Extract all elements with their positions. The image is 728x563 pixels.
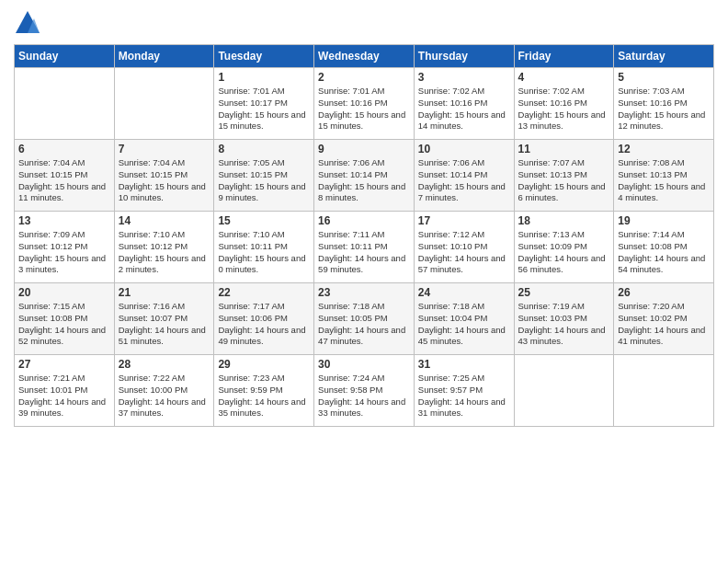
calendar-cell: 2Sunrise: 7:01 AM Sunset: 10:16 PM Dayli… <box>314 68 415 140</box>
day-number: 20 <box>18 286 110 299</box>
day-number: 26 <box>618 286 710 299</box>
weekday-header-monday: Monday <box>114 45 214 68</box>
day-number: 14 <box>119 214 210 227</box>
calendar-cell: 23Sunrise: 7:18 AM Sunset: 10:05 PM Dayl… <box>314 283 415 355</box>
week-row-2: 6Sunrise: 7:04 AM Sunset: 10:15 PM Dayli… <box>15 140 714 212</box>
day-number: 12 <box>618 143 710 155</box>
day-info: Sunrise: 7:16 AM Sunset: 10:07 PM Daylig… <box>119 301 210 348</box>
week-row-3: 13Sunrise: 7:09 AM Sunset: 10:12 PM Dayl… <box>15 212 714 283</box>
weekday-header-tuesday: Tuesday <box>214 45 314 68</box>
weekday-header-wednesday: Wednesday <box>314 45 415 68</box>
day-number: 28 <box>119 358 210 371</box>
calendar-cell: 4Sunrise: 7:02 AM Sunset: 10:16 PM Dayli… <box>514 68 614 140</box>
day-number: 17 <box>418 214 510 227</box>
day-info: Sunrise: 7:01 AM Sunset: 10:17 PM Daylig… <box>218 86 310 132</box>
day-info: Sunrise: 7:24 AM Sunset: 9:58 PM Dayligh… <box>318 373 410 419</box>
calendar-cell: 16Sunrise: 7:11 AM Sunset: 10:11 PM Dayl… <box>314 212 415 283</box>
day-info: Sunrise: 7:15 AM Sunset: 10:08 PM Daylig… <box>18 301 110 348</box>
day-number: 30 <box>318 358 410 371</box>
day-number: 8 <box>218 143 310 155</box>
day-info: Sunrise: 7:18 AM Sunset: 10:05 PM Daylig… <box>318 301 410 348</box>
calendar-cell: 18Sunrise: 7:13 AM Sunset: 10:09 PM Dayl… <box>514 212 614 283</box>
day-info: Sunrise: 7:09 AM Sunset: 10:12 PM Daylig… <box>18 229 110 276</box>
calendar-cell: 8Sunrise: 7:05 AM Sunset: 10:15 PM Dayli… <box>214 140 314 212</box>
day-info: Sunrise: 7:18 AM Sunset: 10:04 PM Daylig… <box>418 301 510 348</box>
calendar-cell: 21Sunrise: 7:16 AM Sunset: 10:07 PM Dayl… <box>114 283 214 355</box>
day-number: 13 <box>18 214 110 227</box>
day-number: 31 <box>418 358 510 371</box>
day-number: 19 <box>618 214 710 227</box>
calendar-cell: 29Sunrise: 7:23 AM Sunset: 9:59 PM Dayli… <box>214 355 314 427</box>
day-info: Sunrise: 7:13 AM Sunset: 10:09 PM Daylig… <box>518 229 610 276</box>
day-info: Sunrise: 7:21 AM Sunset: 10:01 PM Daylig… <box>18 373 110 419</box>
calendar-cell <box>614 355 714 427</box>
calendar-cell: 14Sunrise: 7:10 AM Sunset: 10:12 PM Dayl… <box>114 212 214 283</box>
day-info: Sunrise: 7:19 AM Sunset: 10:03 PM Daylig… <box>518 301 610 348</box>
day-info: Sunrise: 7:20 AM Sunset: 10:02 PM Daylig… <box>618 301 710 348</box>
day-info: Sunrise: 7:04 AM Sunset: 10:15 PM Daylig… <box>18 157 110 204</box>
week-row-5: 27Sunrise: 7:21 AM Sunset: 10:01 PM Dayl… <box>15 355 714 427</box>
calendar-cell: 24Sunrise: 7:18 AM Sunset: 10:04 PM Dayl… <box>414 283 514 355</box>
day-info: Sunrise: 7:07 AM Sunset: 10:13 PM Daylig… <box>518 157 610 204</box>
day-number: 22 <box>218 286 310 299</box>
calendar-cell: 7Sunrise: 7:04 AM Sunset: 10:15 PM Dayli… <box>114 140 214 212</box>
day-number: 29 <box>218 358 310 371</box>
day-number: 10 <box>418 143 510 155</box>
calendar-cell <box>114 68 214 140</box>
day-number: 24 <box>418 286 510 299</box>
day-number: 3 <box>418 71 510 84</box>
calendar-cell: 6Sunrise: 7:04 AM Sunset: 10:15 PM Dayli… <box>15 140 115 212</box>
day-info: Sunrise: 7:02 AM Sunset: 10:16 PM Daylig… <box>518 86 610 132</box>
day-number: 4 <box>518 71 610 84</box>
calendar-cell: 30Sunrise: 7:24 AM Sunset: 9:58 PM Dayli… <box>314 355 415 427</box>
day-info: Sunrise: 7:02 AM Sunset: 10:16 PM Daylig… <box>418 86 510 132</box>
calendar-cell: 27Sunrise: 7:21 AM Sunset: 10:01 PM Dayl… <box>15 355 115 427</box>
day-number: 5 <box>618 71 710 84</box>
day-info: Sunrise: 7:06 AM Sunset: 10:14 PM Daylig… <box>318 157 410 204</box>
calendar-cell: 15Sunrise: 7:10 AM Sunset: 10:11 PM Dayl… <box>214 212 314 283</box>
day-info: Sunrise: 7:08 AM Sunset: 10:13 PM Daylig… <box>618 157 710 204</box>
calendar-cell: 28Sunrise: 7:22 AM Sunset: 10:00 PM Dayl… <box>114 355 214 427</box>
day-info: Sunrise: 7:12 AM Sunset: 10:10 PM Daylig… <box>418 229 510 276</box>
day-info: Sunrise: 7:11 AM Sunset: 10:11 PM Daylig… <box>318 229 410 276</box>
day-info: Sunrise: 7:23 AM Sunset: 9:59 PM Dayligh… <box>218 373 310 419</box>
calendar-table: SundayMondayTuesdayWednesdayThursdayFrid… <box>14 44 714 427</box>
weekday-header-sunday: Sunday <box>15 45 115 68</box>
calendar-cell: 22Sunrise: 7:17 AM Sunset: 10:06 PM Dayl… <box>214 283 314 355</box>
calendar-cell: 3Sunrise: 7:02 AM Sunset: 10:16 PM Dayli… <box>414 68 514 140</box>
day-number: 9 <box>318 143 410 155</box>
calendar-cell: 11Sunrise: 7:07 AM Sunset: 10:13 PM Dayl… <box>514 140 614 212</box>
calendar-cell: 20Sunrise: 7:15 AM Sunset: 10:08 PM Dayl… <box>15 283 115 355</box>
day-info: Sunrise: 7:05 AM Sunset: 10:15 PM Daylig… <box>218 157 310 204</box>
week-row-1: 1Sunrise: 7:01 AM Sunset: 10:17 PM Dayli… <box>15 68 714 140</box>
page: SundayMondayTuesdayWednesdayThursdayFrid… <box>0 0 728 563</box>
calendar-cell: 12Sunrise: 7:08 AM Sunset: 10:13 PM Dayl… <box>614 140 714 212</box>
day-number: 25 <box>518 286 610 299</box>
day-number: 16 <box>318 214 410 227</box>
calendar-cell: 31Sunrise: 7:25 AM Sunset: 9:57 PM Dayli… <box>414 355 514 427</box>
calendar-cell: 9Sunrise: 7:06 AM Sunset: 10:14 PM Dayli… <box>314 140 415 212</box>
day-info: Sunrise: 7:17 AM Sunset: 10:06 PM Daylig… <box>218 301 310 348</box>
day-info: Sunrise: 7:01 AM Sunset: 10:16 PM Daylig… <box>318 86 410 132</box>
day-number: 11 <box>518 143 610 155</box>
calendar-cell <box>514 355 614 427</box>
day-number: 15 <box>218 214 310 227</box>
weekday-header-saturday: Saturday <box>614 45 714 68</box>
weekday-header-row: SundayMondayTuesdayWednesdayThursdayFrid… <box>15 45 714 68</box>
day-number: 6 <box>18 143 110 155</box>
logo <box>14 9 45 37</box>
calendar-cell: 1Sunrise: 7:01 AM Sunset: 10:17 PM Dayli… <box>214 68 314 140</box>
day-info: Sunrise: 7:22 AM Sunset: 10:00 PM Daylig… <box>119 373 210 419</box>
calendar-cell <box>15 68 115 140</box>
calendar-cell: 19Sunrise: 7:14 AM Sunset: 10:08 PM Dayl… <box>614 212 714 283</box>
calendar-cell: 5Sunrise: 7:03 AM Sunset: 10:16 PM Dayli… <box>614 68 714 140</box>
day-number: 2 <box>318 71 410 84</box>
calendar-cell: 13Sunrise: 7:09 AM Sunset: 10:12 PM Dayl… <box>15 212 115 283</box>
calendar-cell: 10Sunrise: 7:06 AM Sunset: 10:14 PM Dayl… <box>414 140 514 212</box>
calendar-cell: 26Sunrise: 7:20 AM Sunset: 10:02 PM Dayl… <box>614 283 714 355</box>
calendar-cell: 25Sunrise: 7:19 AM Sunset: 10:03 PM Dayl… <box>514 283 614 355</box>
week-row-4: 20Sunrise: 7:15 AM Sunset: 10:08 PM Dayl… <box>15 283 714 355</box>
day-info: Sunrise: 7:03 AM Sunset: 10:16 PM Daylig… <box>618 86 710 132</box>
day-info: Sunrise: 7:06 AM Sunset: 10:14 PM Daylig… <box>418 157 510 204</box>
day-info: Sunrise: 7:14 AM Sunset: 10:08 PM Daylig… <box>618 229 710 276</box>
